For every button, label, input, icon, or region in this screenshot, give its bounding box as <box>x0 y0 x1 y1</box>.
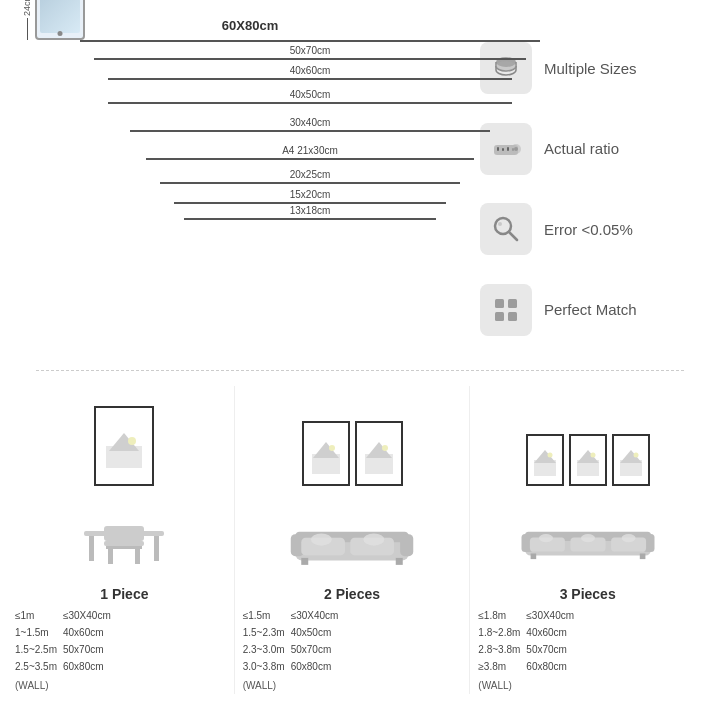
svg-point-63 <box>621 534 635 542</box>
svg-rect-14 <box>495 312 504 321</box>
art-frame-3c <box>612 434 650 486</box>
svg-point-62 <box>581 534 595 542</box>
frame-20x25: 20x25cm <box>160 182 460 184</box>
feature-perfect-match: Perfect Match <box>480 284 700 336</box>
piece-1-column: 1 Piece ≤1m 1~1.5m 1.5~2.5m 2.5~3.5m ≤30… <box>15 386 234 694</box>
svg-marker-28 <box>313 442 339 458</box>
svg-marker-50 <box>620 450 642 463</box>
frame-30x40: 30x40cm <box>130 130 490 132</box>
svg-point-8 <box>514 147 518 151</box>
wall-label-2: (WALL) <box>243 677 462 694</box>
wall-label-3: (WALL) <box>478 677 697 694</box>
feature-error-label: Error <0.05% <box>544 221 633 238</box>
svg-rect-3 <box>497 147 499 151</box>
svg-point-45 <box>547 453 552 458</box>
svg-rect-23 <box>106 546 142 549</box>
svg-rect-20 <box>89 536 94 561</box>
label-a4: A4 21x30cm <box>282 145 338 156</box>
furniture-3piece <box>518 496 658 576</box>
piece-3-table: ≤1.8m 1.8~2.8m 2.8~3.8m ≥3.8m ≤30X40cm 4… <box>478 607 697 694</box>
svg-point-41 <box>311 533 332 545</box>
art-frame-3b <box>569 434 607 486</box>
frame-40x60: 40x60cm <box>108 78 512 80</box>
top-section: 60X80cm 50x70cm 40x60cm 40x50cm 30x40cm <box>0 0 720 370</box>
svg-point-18 <box>128 437 136 445</box>
svg-point-32 <box>382 445 388 451</box>
furniture-1piece <box>54 496 194 576</box>
frame-13x18: 13x18cm <box>184 218 436 220</box>
coins-icon <box>480 42 532 94</box>
art-frame-3a <box>526 434 564 486</box>
ipad-icon <box>35 0 85 40</box>
svg-rect-4 <box>502 148 504 151</box>
feature-actual-ratio-label: Actual ratio <box>544 140 619 157</box>
art-frame-2a <box>302 421 350 486</box>
svg-point-51 <box>633 453 638 458</box>
piece-2-column: 2 Pieces ≤1.5m 1.5~2.3m 2.3~3.0m 3.0~3.8… <box>234 386 470 694</box>
svg-rect-39 <box>301 558 308 565</box>
svg-point-48 <box>590 453 595 458</box>
ipad-screen <box>40 0 80 33</box>
frame-a4: A4 21x30cm <box>146 158 474 160</box>
artwork-2piece <box>302 386 403 486</box>
furniture-2piece <box>282 496 422 576</box>
svg-rect-60 <box>639 554 645 560</box>
svg-point-11 <box>498 222 502 226</box>
ipad-height-label: 24cm <box>22 0 32 16</box>
piece-3-column: 3 Pieces ≤1.8m 1.8~2.8m 2.8~3.8m ≥3.8m ≤… <box>469 386 705 694</box>
wall-label-1: (WALL) <box>15 677 234 694</box>
svg-rect-12 <box>495 299 504 308</box>
svg-line-10 <box>509 232 517 240</box>
label-40x60: 40x60cm <box>290 65 331 76</box>
feature-perfect-match-label: Perfect Match <box>544 301 637 318</box>
svg-rect-13 <box>508 299 517 308</box>
label-20x25: 20x25cm <box>290 169 331 180</box>
label-30x40: 30x40cm <box>290 117 331 128</box>
svg-marker-44 <box>534 450 556 463</box>
piece-2-title: 2 Pieces <box>324 586 380 602</box>
svg-rect-24 <box>108 549 113 564</box>
art-frame-2b <box>355 421 403 486</box>
svg-rect-36 <box>400 534 413 556</box>
frame-60x80 <box>80 40 540 42</box>
svg-point-61 <box>539 534 553 542</box>
svg-rect-21 <box>154 536 159 561</box>
label-50x70: 50x70cm <box>290 45 331 56</box>
svg-rect-15 <box>508 312 517 321</box>
feature-error: Error <0.05% <box>480 203 700 255</box>
frame-15x20: 15x20cm <box>174 202 446 204</box>
svg-point-42 <box>363 533 384 545</box>
bottom-section: 1 Piece ≤1m 1~1.5m 1.5~2.5m 2.5~3.5m ≤30… <box>0 371 720 711</box>
artwork-1piece <box>94 386 154 486</box>
feature-actual-ratio: Actual ratio <box>480 123 700 175</box>
label-15x20: 15x20cm <box>290 189 331 200</box>
svg-rect-5 <box>507 147 509 151</box>
features-panel: Multiple Sizes Actual ratio <box>480 18 700 360</box>
feature-multiple-sizes-label: Multiple Sizes <box>544 60 637 77</box>
svg-rect-40 <box>396 558 403 565</box>
piece-2-table: ≤1.5m 1.5~2.3m 2.3~3.0m 3.0~3.8m ≤30X40c… <box>243 607 462 694</box>
feature-multiple-sizes: Multiple Sizes <box>480 42 700 94</box>
svg-point-1 <box>496 61 516 71</box>
piece-1-table: ≤1m 1~1.5m 1.5~2.5m 2.5~3.5m ≤30X40cm 40… <box>15 607 234 694</box>
frame-50x70: 50x70cm <box>94 58 526 60</box>
svg-rect-25 <box>135 549 140 564</box>
art-frame-1 <box>94 406 154 486</box>
svg-rect-26 <box>104 526 144 541</box>
svg-marker-31 <box>366 442 392 458</box>
grid-icon <box>480 284 532 336</box>
piece-3-title: 3 Pieces <box>560 586 616 602</box>
label-13x18: 13x18cm <box>290 205 331 216</box>
label-40x50: 40x50cm <box>290 89 331 100</box>
svg-point-29 <box>329 445 335 451</box>
svg-rect-59 <box>530 554 536 560</box>
sizes-diagram: 60X80cm 50x70cm 40x60cm 40x50cm 30x40cm <box>20 18 480 360</box>
magnifier-icon <box>480 203 532 255</box>
svg-rect-22 <box>104 541 144 546</box>
frame-40x50: 40x50cm <box>108 102 512 104</box>
svg-marker-47 <box>577 450 599 463</box>
ipad-home-button <box>58 31 63 36</box>
ipad-reference: 17cm 24cm <box>22 0 77 40</box>
main-size-label: 60X80cm <box>222 18 278 33</box>
artwork-3piece <box>526 386 650 486</box>
